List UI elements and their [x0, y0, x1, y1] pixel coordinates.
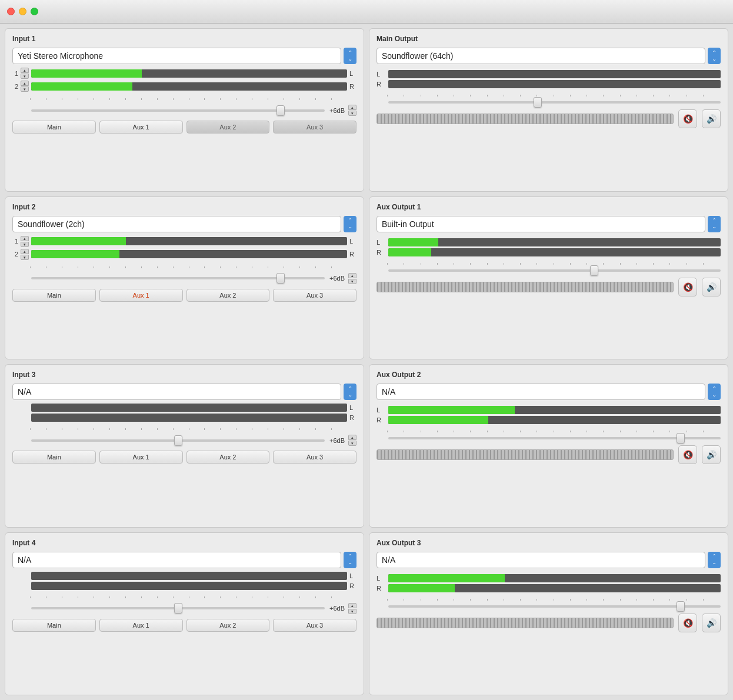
routing-buttons: MainAux 1Aux 2Aux 3 [12, 619, 356, 632]
slider-track[interactable] [31, 439, 325, 442]
stepper-up[interactable]: ▴ [21, 249, 29, 254]
mute-button[interactable]: 🔇 [678, 278, 697, 296]
fader-bar[interactable] [377, 618, 674, 628]
db-stepper-up[interactable]: ▴ [348, 105, 356, 110]
slider-track[interactable] [388, 101, 721, 104]
route-button[interactable]: Aux 2 [186, 451, 270, 464]
output-meter-bar [388, 70, 721, 78]
mute-button[interactable]: 🔇 [678, 614, 697, 632]
tick [157, 266, 173, 268]
slider-thumb[interactable] [677, 433, 685, 444]
stepper-up[interactable]: ▴ [21, 68, 29, 73]
fader-bar[interactable] [377, 114, 674, 124]
select-arrow-icon[interactable] [708, 552, 721, 568]
slider-track[interactable] [388, 437, 721, 439]
device-select[interactable]: Yeti Stereo Microphone [12, 48, 341, 64]
select-arrow-icon[interactable] [344, 552, 356, 568]
close-button[interactable] [7, 8, 15, 15]
slider-track[interactable] [388, 605, 721, 608]
route-button[interactable]: Aux 1 [99, 619, 183, 632]
device-select[interactable]: N/A [12, 552, 341, 568]
tick [220, 596, 236, 598]
select-arrow-icon[interactable] [708, 48, 721, 64]
slider-thumb[interactable] [276, 273, 285, 284]
route-button[interactable]: Main [12, 451, 96, 464]
db-stepper-down[interactable]: ▾ [348, 279, 356, 284]
maximize-button[interactable] [31, 8, 38, 15]
route-button[interactable]: Aux 3 [273, 619, 356, 632]
ticks-row [377, 92, 721, 96]
db-stepper-down[interactable]: ▾ [348, 441, 356, 446]
slider-track[interactable] [31, 607, 325, 609]
device-select[interactable]: N/A [12, 384, 341, 400]
speaker-button[interactable]: 🔊 [702, 614, 721, 632]
channel-stepper[interactable]: ▴ ▾ [21, 81, 29, 92]
channel-stepper[interactable]: ▴ ▾ [21, 236, 29, 247]
db-stepper-up[interactable]: ▴ [348, 273, 356, 278]
speaker-button[interactable]: 🔊 [702, 445, 721, 464]
fader-bar[interactable] [377, 282, 674, 292]
speaker-button[interactable]: 🔊 [702, 109, 721, 128]
device-select[interactable]: Built-in Output [377, 216, 705, 232]
stepper-down[interactable]: ▾ [21, 242, 29, 247]
route-button[interactable]: Aux 3 [273, 121, 356, 134]
minimize-button[interactable] [19, 8, 26, 15]
db-stepper[interactable]: ▴ ▾ [348, 105, 356, 116]
db-stepper-down[interactable]: ▾ [348, 609, 356, 614]
db-stepper[interactable]: ▴ ▾ [348, 273, 356, 284]
device-select[interactable]: N/A [377, 552, 705, 568]
stepper-down[interactable]: ▾ [21, 74, 29, 79]
slider-track[interactable] [388, 269, 721, 272]
slider-thumb[interactable] [534, 97, 542, 108]
tick [78, 596, 94, 598]
tick [637, 431, 653, 432]
device-select[interactable]: Soundflower (64ch) [377, 48, 705, 64]
route-button[interactable]: Aux 3 [273, 289, 356, 302]
slider-thumb[interactable] [174, 603, 182, 614]
db-stepper-up[interactable]: ▴ [348, 435, 356, 440]
db-stepper-up[interactable]: ▴ [348, 603, 356, 608]
slider-thumb[interactable] [276, 105, 285, 116]
tick [331, 596, 347, 598]
slider-row [377, 437, 721, 439]
route-button[interactable]: Aux 1 [99, 451, 183, 464]
route-button[interactable]: Aux 2 [186, 289, 270, 302]
tick [421, 95, 437, 96]
db-stepper[interactable]: ▴ ▾ [348, 435, 356, 446]
route-button[interactable]: Main [12, 289, 96, 302]
db-stepper[interactable]: ▴ ▾ [348, 603, 356, 614]
channel-row: L [12, 572, 356, 580]
mute-button[interactable]: 🔇 [678, 445, 697, 464]
route-button[interactable]: Main [12, 121, 96, 134]
device-select[interactable]: N/A [377, 384, 705, 400]
route-button[interactable]: Aux 3 [273, 451, 356, 464]
route-button[interactable]: Aux 1 [99, 121, 183, 134]
stepper-up[interactable]: ▴ [21, 81, 29, 86]
channel-stepper[interactable]: ▴ ▾ [21, 68, 29, 79]
route-button[interactable]: Main [12, 619, 96, 632]
select-arrow-icon[interactable] [344, 216, 356, 232]
slider-track[interactable] [31, 109, 325, 112]
route-button[interactable]: Aux 2 [186, 121, 270, 134]
device-select[interactable]: Soundflower (2ch) [12, 216, 341, 232]
stepper-down[interactable]: ▾ [21, 255, 29, 260]
slider-track[interactable] [31, 277, 325, 279]
fader-bar[interactable] [377, 449, 674, 460]
slider-thumb[interactable] [590, 265, 598, 276]
slider-thumb[interactable] [174, 435, 182, 446]
channel-stepper[interactable]: ▴ ▾ [21, 249, 29, 260]
select-arrow-icon[interactable] [344, 48, 356, 64]
channel-label: L [349, 572, 356, 579]
speaker-button[interactable]: 🔊 [702, 278, 721, 296]
db-stepper-down[interactable]: ▾ [348, 111, 356, 116]
route-button[interactable]: Aux 1 [99, 289, 183, 302]
tick [236, 98, 252, 100]
select-arrow-icon[interactable] [344, 384, 356, 400]
route-button[interactable]: Aux 2 [186, 619, 270, 632]
stepper-down[interactable]: ▾ [21, 86, 29, 92]
select-arrow-icon[interactable] [708, 384, 721, 400]
slider-thumb[interactable] [677, 601, 685, 612]
select-arrow-icon[interactable] [708, 216, 721, 232]
mute-button[interactable]: 🔇 [678, 109, 697, 128]
stepper-up[interactable]: ▴ [21, 236, 29, 241]
